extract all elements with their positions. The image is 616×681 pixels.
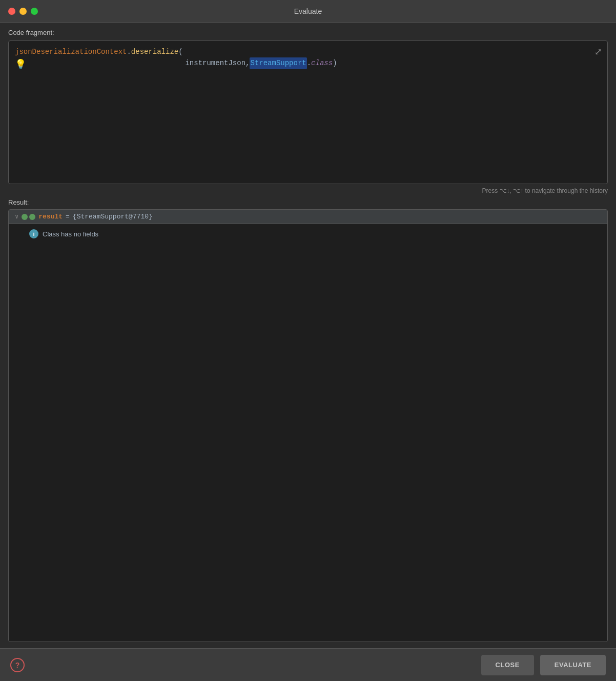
code-line-1: jsonDeserializationContext . deserialize… [15, 46, 601, 57]
code-dot-2: . [307, 57, 311, 69]
expand-icon[interactable]: ⤢ [594, 45, 602, 60]
dot-1 [22, 214, 28, 220]
chevron-down-icon: ∨ [15, 213, 18, 221]
main-content: Code fragment: jsonDeserializationContex… [0, 23, 616, 648]
code-indent [30, 57, 185, 69]
result-detail: i Class has no fields [9, 224, 607, 244]
result-name: result [38, 213, 63, 221]
result-row[interactable]: ∨ result = {StreamSupport@7710} [9, 210, 607, 224]
result-area: ∨ result = {StreamSupport@7710} i Class … [8, 209, 608, 642]
code-dot-1: . [127, 46, 131, 57]
traffic-lights [8, 8, 38, 15]
code-method-name: deserialize [131, 46, 178, 57]
history-hint: Press ⌥↓, ⌥↑ to navigate through the his… [8, 187, 608, 194]
evaluate-dialog: Evaluate Java ▾ Code fragment: jsonDeser… [0, 0, 616, 681]
code-fragment-label: Code fragment: [8, 29, 608, 36]
result-equals: = [66, 213, 70, 221]
no-fields-text: Class has no fields [43, 230, 98, 238]
dot-2 [29, 214, 35, 220]
code-context-name: jsonDeserializationContext [15, 46, 127, 57]
result-value: {StreamSupport@7710} [73, 213, 153, 221]
hint-bulb-icon: 💡 [15, 57, 26, 72]
code-class-keyword: class [311, 57, 333, 69]
minimize-traffic-light[interactable] [19, 8, 27, 15]
code-close-paren: ) [333, 57, 337, 69]
code-editor[interactable]: jsonDeserializationContext . deserialize… [8, 41, 608, 184]
bottom-bar: ? CLOSE EVALUATE [0, 648, 616, 681]
maximize-traffic-light[interactable] [31, 8, 38, 15]
close-traffic-light[interactable] [8, 8, 15, 15]
evaluate-button[interactable]: EVALUATE [540, 655, 606, 675]
result-label: Result: [8, 198, 608, 206]
code-arg1: instrumentJson [185, 57, 245, 69]
code-line-2: 💡 instrumentJson , StreamSupport . class… [15, 57, 601, 72]
code-class-highlight: StreamSupport [250, 57, 306, 69]
dot-pair-icon [22, 214, 35, 220]
help-button[interactable]: ? [10, 658, 25, 672]
title-bar: Evaluate [0, 0, 616, 23]
code-comma: , [245, 57, 250, 69]
info-icon: i [29, 229, 38, 238]
code-open-paren: ( [178, 46, 182, 57]
close-button[interactable]: CLOSE [481, 655, 534, 675]
dialog-title: Evaluate [294, 7, 322, 15]
